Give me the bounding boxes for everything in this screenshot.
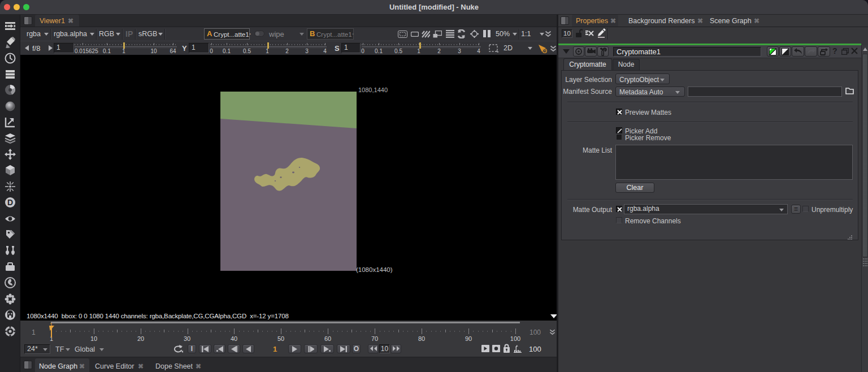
svg-text:D: D [7, 198, 13, 207]
